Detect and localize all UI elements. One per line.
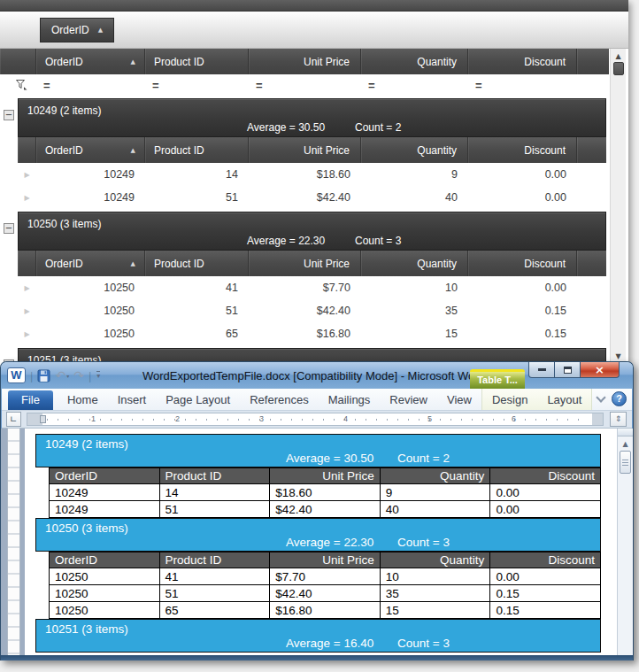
row-expander-icon[interactable]: ▶ [18,171,36,179]
row-expander-icon[interactable]: ▶ [18,307,36,315]
tab-design[interactable]: Design [482,389,537,410]
column-header-discount[interactable]: Discount [468,251,577,276]
tab-view[interactable]: View [437,389,481,410]
word-column-header-orderid: OrderID [50,468,160,484]
table-row[interactable]: ▶1025051$42.40350.15 [18,299,606,322]
collapse-toggle-icon[interactable]: − [4,223,14,234]
column-header-unit-price[interactable]: Unit Price [249,251,361,276]
minimize-button[interactable] [528,362,555,378]
word-table-cell: 10249 [50,501,160,518]
row-expander-icon[interactable]: ▶ [18,194,36,202]
qat-separator: | [30,369,33,382]
contextual-tab-group-table-tools[interactable]: Table T... [470,369,525,389]
tab-home[interactable]: Home [58,389,108,410]
column-header-product-id[interactable]: Product ID [145,251,249,276]
undo-button[interactable]: ↶ ▾ [55,369,69,382]
filter-operator-quantity[interactable]: = [361,79,468,92]
word-table-cell: 10249 [50,484,160,501]
floppy-disk-icon [37,369,50,382]
column-header-quantity[interactable]: Quantity [361,251,468,276]
group-header[interactable]: 10250 (3 items)Average = 22.30Count = 3 [18,212,606,251]
word-table-cell: 9 [380,484,490,501]
grid-cell: 15 [361,328,468,340]
word-column-header-text: OrderID [55,469,97,483]
word-table-cell: 51 [159,585,270,602]
tab-file[interactable]: File [8,390,53,410]
word-table-cell: 14 [159,484,270,501]
restore-button[interactable] [555,362,580,378]
tab-mailings[interactable]: Mailings [319,389,381,410]
group-by-button-orderid[interactable]: OrderID ▲ [40,18,114,42]
word-table-cell: $42.40 [270,501,381,518]
grid-cell: 41 [145,282,249,294]
column-header-product-id[interactable]: Product ID [145,49,249,74]
row-expander-icon[interactable]: ▶ [18,330,36,338]
word-group-average: Average = 22.30 [286,536,373,549]
scroll-up-icon[interactable]: ▲ [622,436,627,451]
filter-operator-unit-price[interactable]: = [249,79,361,92]
table-row[interactable]: ▶1025041$7.70100.00 [18,276,606,299]
tab-layout[interactable]: Layout [537,389,591,410]
view-ruler-button[interactable]: ⇕ [610,412,627,427]
column-header-quantity[interactable]: Quantity [361,49,468,74]
word-column-header-text: Discount [548,469,595,483]
collapse-toggle-icon[interactable]: − [4,110,14,120]
tab-selector-button[interactable]: ∟ [6,412,21,427]
table-row[interactable]: ▶1025065$16.80150.15 [18,322,606,345]
grid-cell: 10250 [36,282,145,294]
customize-qat-button[interactable]: ▾ [96,371,100,380]
group-average: Average = 30.50 [247,121,325,134]
filter-operator-product-id[interactable]: = [145,79,249,92]
column-header-unit-price[interactable]: Unit Price [249,49,361,74]
scrollbar-thumb[interactable] [613,62,624,75]
redo-button[interactable]: ↷ [73,369,84,382]
word-titlebar[interactable]: W | ↶ ▾ ↷ | ▾ WordExportedTem [1,362,633,389]
word-column-header-text: Quantity [440,469,484,483]
column-header-product-id[interactable]: Product ID [145,137,249,163]
split-handle[interactable] [618,429,633,436]
column-header-orderid[interactable]: OrderID▲ [36,49,145,74]
close-button[interactable]: × [580,362,620,378]
column-header-unit-price[interactable]: Unit Price [249,137,361,163]
tab-page-layout[interactable]: Page Layout [156,389,240,410]
tab-insert[interactable]: Insert [108,389,157,410]
grid-main: OrderID▲Product IDUnit PriceQuantityDisc… [0,49,609,365]
table-row[interactable]: ▶1024914$18.6090.00 [18,163,606,186]
tab-references[interactable]: References [240,389,318,410]
document-vertical-scrollbar[interactable]: ▲ [617,429,633,656]
sort-asc-icon: ▲ [124,260,135,267]
filter-operator-orderid[interactable]: = [36,79,145,92]
ribbon-tab-row: File HomeInsertPage LayoutReferencesMail… [2,389,632,411]
sort-asc-icon: ▲ [124,58,135,66]
word-app-icon[interactable]: W [7,367,26,383]
word-table: OrderIDProduct IDUnit PriceQuantityDisco… [49,552,601,619]
row-expander-icon[interactable]: ▶ [18,284,36,292]
save-button[interactable] [37,369,50,382]
column-header-orderid[interactable]: OrderID▲ [36,137,145,163]
column-header-discount[interactable]: Discount [468,49,577,74]
word-group-title: 10250 (3 items) [45,521,128,535]
filter-operator-discount[interactable]: = [468,79,577,92]
scroll-up-icon[interactable]: ▲ [615,49,620,62]
word-column-header-text: Quantity [440,553,484,567]
table-row[interactable]: ▶1024951$42.40400.00 [18,186,606,209]
help-button[interactable]: ? [612,391,627,406]
row-indicator-header [0,49,36,74]
grid-vertical-scrollbar[interactable]: ▲ ▼ [610,49,626,365]
word-column-header-unit-price: Unit Price [270,468,381,484]
filter-funnel-cell[interactable] [0,80,36,90]
scrollbar-thumb[interactable] [620,451,631,474]
group-header[interactable]: 10249 (2 items)Average = 30.50Count = 2 [18,98,606,137]
indent-marker[interactable] [40,415,46,423]
group-by-panel[interactable]: OrderID ▲ [0,12,628,49]
column-header-orderid[interactable]: OrderID▲ [36,251,145,276]
document-page[interactable]: 10249 (2 items)Average = 30.50Count = 2O… [25,429,617,656]
word-table: OrderIDProduct IDUnit PriceQuantityDisco… [49,467,601,518]
quick-access-toolbar: W | ↶ ▾ ↷ | ▾ [7,367,100,383]
grid-cell: $16.80 [249,328,361,340]
grid-cell: 35 [361,305,468,317]
column-header-discount[interactable]: Discount [468,137,577,163]
minimize-ribbon-chevron-icon[interactable] [596,392,605,402]
tab-review[interactable]: Review [380,389,437,410]
column-header-quantity[interactable]: Quantity [361,137,468,163]
